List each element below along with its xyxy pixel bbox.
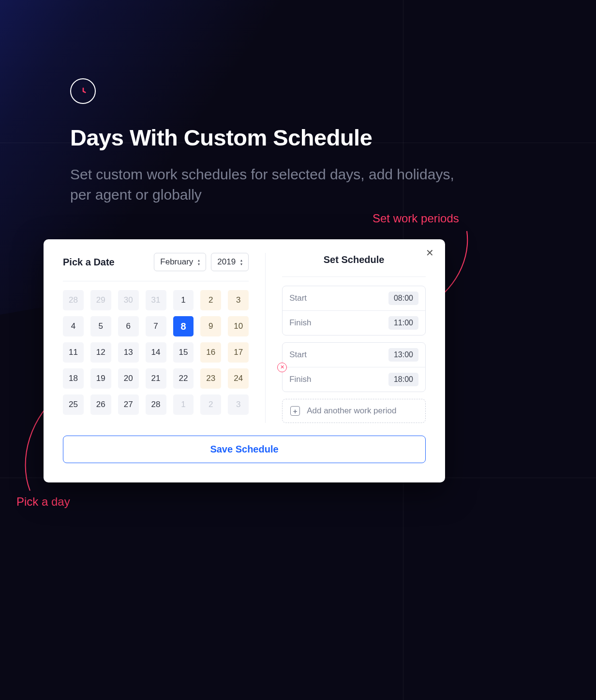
- calendar-day[interactable]: 30: [118, 290, 139, 310]
- calendar-day[interactable]: 28: [146, 394, 166, 415]
- set-schedule-title: Set Schedule: [324, 254, 385, 265]
- page-subtitle: Set custom work schedules for selected d…: [70, 164, 467, 205]
- calendar-day[interactable]: 8: [173, 316, 194, 336]
- calendar-day[interactable]: 5: [90, 316, 111, 336]
- close-icon: ✕: [426, 247, 434, 259]
- start-label: Start: [289, 350, 307, 360]
- close-icon: ✕: [280, 364, 284, 370]
- start-time-input[interactable]: 13:00: [388, 348, 418, 362]
- calendar-day[interactable]: 22: [173, 368, 194, 389]
- calendar-day[interactable]: 25: [63, 394, 84, 415]
- add-period-label: Add another work period: [307, 406, 396, 416]
- start-label: Start: [289, 293, 307, 303]
- year-select[interactable]: 2019 ▴▾: [211, 253, 249, 271]
- month-select[interactable]: February ▴▾: [154, 253, 206, 271]
- chevron-updown-icon: ▴▾: [198, 259, 200, 266]
- calendar-day[interactable]: 19: [90, 368, 111, 389]
- calendar-day[interactable]: 9: [200, 316, 221, 336]
- calendar-day[interactable]: 12: [90, 342, 111, 363]
- chevron-updown-icon: ▴▾: [240, 259, 242, 266]
- remove-period-button[interactable]: ✕: [277, 363, 287, 372]
- calendar-day[interactable]: 3: [228, 394, 249, 415]
- work-period: Start 08:00 Finish 11:00: [282, 286, 426, 335]
- calendar-day[interactable]: 1: [173, 394, 194, 415]
- calendar-day[interactable]: 14: [146, 342, 166, 363]
- calendar-day[interactable]: 26: [90, 394, 111, 415]
- finish-label: Finish: [289, 375, 311, 384]
- calendar-day[interactable]: 3: [228, 290, 249, 310]
- calendar-day[interactable]: 21: [146, 368, 166, 389]
- work-period: ✕ Start 13:00 Finish 18:00: [282, 342, 426, 392]
- calendar-day[interactable]: 13: [118, 342, 139, 363]
- calendar-day[interactable]: 31: [146, 290, 166, 310]
- calendar-day[interactable]: 27: [118, 394, 139, 415]
- calendar-day[interactable]: 10: [228, 316, 249, 336]
- calendar-day[interactable]: 7: [146, 316, 166, 336]
- year-select-value: 2019: [217, 257, 236, 267]
- page-title: Days With Custom Schedule: [70, 124, 538, 151]
- calendar-day[interactable]: 23: [200, 368, 221, 389]
- calendar-day[interactable]: 15: [173, 342, 194, 363]
- calendar-grid: 2829303112345678910111213141516171819202…: [63, 290, 249, 415]
- annotation-set-work-periods: Set work periods: [372, 212, 459, 225]
- add-period-button[interactable]: + Add another work period: [282, 399, 426, 423]
- calendar-day[interactable]: 1: [173, 290, 194, 310]
- calendar-day[interactable]: 24: [228, 368, 249, 389]
- clock-icon: [70, 78, 96, 104]
- calendar-day[interactable]: 2: [200, 290, 221, 310]
- finish-time-input[interactable]: 11:00: [388, 316, 418, 330]
- annotation-pick-a-day: Pick a day: [16, 495, 70, 509]
- calendar-day[interactable]: 17: [228, 342, 249, 363]
- finish-label: Finish: [289, 318, 311, 328]
- plus-icon: +: [290, 406, 300, 416]
- calendar-day[interactable]: 4: [63, 316, 84, 336]
- calendar-day[interactable]: 28: [63, 290, 84, 310]
- calendar-day[interactable]: 2: [200, 394, 221, 415]
- calendar-day[interactable]: 18: [63, 368, 84, 389]
- calendar-day[interactable]: 6: [118, 316, 139, 336]
- month-select-value: February: [160, 257, 193, 267]
- schedule-modal: ✕ Pick a Date February ▴▾ 2019 ▴▾ 282930…: [44, 239, 445, 482]
- calendar-day[interactable]: 16: [200, 342, 221, 363]
- calendar-day[interactable]: 29: [90, 290, 111, 310]
- finish-time-input[interactable]: 18:00: [388, 373, 418, 386]
- pick-date-title: Pick a Date: [63, 257, 115, 268]
- calendar-day[interactable]: 20: [118, 368, 139, 389]
- calendar-day[interactable]: 11: [63, 342, 84, 363]
- save-schedule-button[interactable]: Save Schedule: [63, 436, 426, 463]
- start-time-input[interactable]: 08:00: [388, 292, 418, 305]
- close-button[interactable]: ✕: [423, 246, 436, 260]
